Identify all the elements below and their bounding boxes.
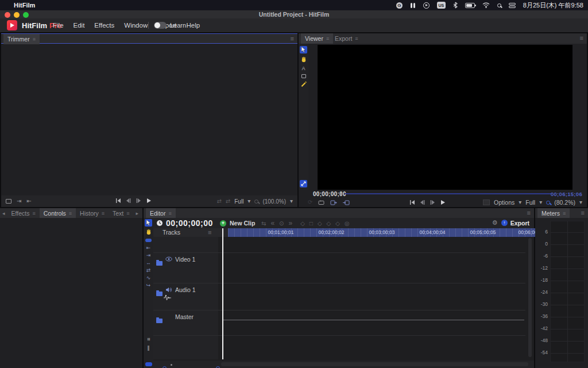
overlay-clip-icon[interactable] — [26, 198, 31, 204]
slide-tool[interactable] — [145, 281, 152, 289]
editor-timecode[interactable]: 00;00;00;00 — [166, 218, 213, 228]
previous-frame-button[interactable] — [419, 200, 425, 205]
go-to-start-button[interactable] — [115, 198, 121, 204]
trimmer-panel-menu-icon[interactable] — [291, 35, 294, 42]
snapping-icon[interactable] — [145, 344, 152, 351]
trimmer-zoom-caret-icon[interactable] — [290, 198, 293, 204]
next-frame-button[interactable] — [136, 198, 142, 204]
options-caret-icon[interactable] — [519, 200, 521, 205]
trim-in-tool[interactable] — [145, 244, 152, 251]
slice-tool[interactable] — [145, 236, 152, 244]
gear-icon[interactable] — [492, 219, 498, 227]
fit-caret-icon[interactable] — [539, 200, 542, 205]
track-header-video[interactable]: Video 1 — [153, 253, 218, 283]
mixer-icon[interactable] — [145, 335, 152, 343]
tab-menu-icon[interactable] — [102, 210, 105, 216]
slip-tool[interactable] — [145, 274, 152, 281]
spotlight-icon[interactable] — [497, 3, 501, 7]
next-edit-icon[interactable] — [288, 219, 292, 227]
tab-meters[interactable]: Meters — [537, 208, 570, 218]
tab-viewer[interactable]: Viewer — [301, 33, 333, 44]
visibility-eye-icon[interactable] — [165, 256, 172, 262]
previous-edit-icon[interactable] — [270, 219, 274, 227]
trim-out-tool[interactable] — [145, 251, 152, 259]
tab-menu-icon[interactable] — [33, 36, 36, 42]
insert-clip-icon[interactable] — [17, 198, 21, 204]
playhead[interactable] — [222, 228, 223, 359]
keyframe-icon-5[interactable] — [335, 220, 340, 227]
status-circle-app-icon[interactable]: G — [396, 2, 403, 9]
keyframe-icon-2[interactable] — [310, 220, 313, 227]
import-frame-icon[interactable] — [343, 200, 350, 205]
keyframe-icon-1[interactable] — [300, 220, 305, 227]
menubar-app-name[interactable]: HitFilm — [14, 2, 35, 9]
export-frame-icon[interactable] — [330, 200, 337, 205]
timeline-zoom-slider-handle[interactable] — [171, 364, 172, 366]
tab-menu-icon[interactable] — [69, 210, 72, 216]
tabs-scroll-right-icon[interactable] — [134, 210, 141, 216]
menu-effects[interactable]: Effects — [94, 22, 114, 29]
track-name[interactable]: Audio 1 — [175, 286, 196, 293]
text-tool[interactable] — [300, 64, 307, 72]
viewer-options-select[interactable]: Options — [494, 199, 514, 206]
bluetooth-icon[interactable] — [453, 2, 458, 9]
seek-bar[interactable] — [345, 193, 551, 194]
select-tool[interactable] — [300, 46, 307, 53]
add-marker-icon[interactable] — [279, 220, 284, 227]
learn-toggle[interactable] — [154, 22, 167, 29]
mask-rectangle-tool[interactable] — [300, 72, 307, 80]
audio-waveform-icon[interactable] — [164, 295, 171, 301]
rolling-edit-tool[interactable] — [145, 266, 152, 274]
timeline-mode-button[interactable] — [145, 361, 152, 368]
go-to-start-button[interactable] — [409, 200, 415, 205]
tab-effects[interactable]: Effects — [7, 208, 40, 218]
tab-menu-icon[interactable] — [126, 210, 129, 216]
previous-frame-button[interactable] — [125, 198, 131, 204]
trimmer-option-icon-2[interactable] — [226, 198, 230, 204]
keyframe-icon-6[interactable] — [345, 220, 350, 227]
viewport-pan-tool[interactable] — [300, 180, 307, 187]
refresh-icon[interactable]: ⟳ — [308, 200, 312, 205]
menubar-clock[interactable]: 8月25日(木) 午前9:58 — [523, 1, 583, 10]
tab-editor[interactable]: Editor — [146, 208, 176, 218]
background-swatch[interactable] — [483, 200, 490, 205]
meters-panel-menu-icon[interactable] — [581, 209, 585, 216]
folder-icon[interactable] — [156, 319, 163, 323]
track-name[interactable]: Master — [175, 313, 194, 320]
pen-tool[interactable] — [300, 80, 307, 87]
new-clip-button[interactable]: + New Clip — [220, 220, 255, 227]
hand-tool[interactable] — [145, 228, 152, 236]
timeline-vertical-scrollbar[interactable] — [528, 238, 532, 357]
tab-menu-icon[interactable] — [32, 210, 35, 216]
tab-menu-icon[interactable] — [326, 36, 329, 41]
trimmer-fit-select[interactable]: Full — [234, 198, 243, 205]
seek-playhead-knob[interactable] — [339, 193, 342, 195]
select-tool[interactable] — [145, 219, 152, 227]
ripple-edit-tool[interactable] — [145, 259, 152, 266]
viewer-fit-select[interactable]: Full — [525, 199, 535, 206]
timeline-audio-row[interactable] — [218, 283, 525, 310]
keyframe-icon-4[interactable] — [327, 220, 331, 227]
master-volume-line[interactable] — [222, 320, 524, 320]
zoom-caret-icon[interactable] — [579, 200, 582, 205]
poster-frame-icon[interactable] — [6, 199, 11, 204]
timeline-horizontal-scrollbar[interactable] — [221, 362, 528, 366]
timeline-video-row[interactable] — [218, 253, 525, 283]
tab-export[interactable]: Export — [331, 33, 362, 44]
timeline-ruler[interactable]: 00;01;00;01 00;02;00;02 00;03;00;03 00;0… — [228, 228, 535, 237]
tracks-menu-icon[interactable] — [208, 229, 211, 236]
tab-controls[interactable]: Controls — [40, 208, 76, 218]
editor-panel-menu-icon[interactable] — [527, 209, 531, 216]
play-button[interactable] — [440, 200, 446, 205]
battery-icon[interactable] — [465, 3, 475, 8]
menu-window[interactable]: Window — [124, 22, 148, 29]
export-button[interactable]: ↑ Export — [501, 220, 529, 227]
tab-menu-icon[interactable] — [355, 36, 358, 41]
play-circle-icon[interactable] — [423, 2, 430, 9]
slip-slide-icon[interactable] — [261, 220, 266, 227]
folder-icon[interactable] — [156, 261, 163, 266]
clock-icon[interactable] — [156, 220, 163, 227]
control-center-icon[interactable] — [509, 2, 516, 9]
trimmer-fit-caret-icon[interactable] — [247, 198, 250, 204]
track-header-master[interactable]: Master — [153, 310, 218, 336]
